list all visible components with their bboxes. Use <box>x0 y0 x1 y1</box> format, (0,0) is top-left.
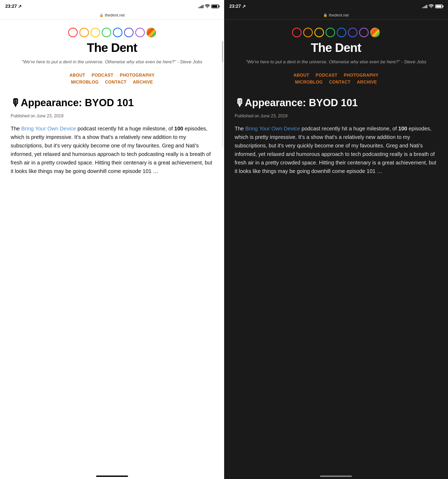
url-bar-dark[interactable]: 🔒 thedent.net <box>224 12 448 19</box>
site-title-dark: The Dent <box>235 40 438 55</box>
nav-podcast-dark[interactable]: PODCAST <box>316 73 338 78</box>
article-dark: 🎙Appearance: BYOD 101 Published on June … <box>235 94 438 176</box>
article-body-light: The Bring Your Own Device podcast recent… <box>11 124 213 175</box>
light-panel: 23:27 ↗ � <box>0 0 224 479</box>
article-title-dark: 🎙Appearance: BYOD 101 <box>235 97 438 109</box>
bold-100-dark: 100 <box>398 126 407 131</box>
time-display-dark: 23:27 <box>229 4 241 9</box>
status-time-light: 23:27 ↗ <box>5 4 22 9</box>
nav-row-1-light: ABOUT PODCAST PHOTOGRAPHY <box>69 73 155 78</box>
bold-100-light: 100 <box>174 126 183 131</box>
byod-link-dark[interactable]: Bring Your Own Device <box>245 126 300 131</box>
url-text-dark: thedent.net <box>329 13 349 17</box>
nav-microblog-light[interactable]: MICROBLOG <box>71 80 99 85</box>
article-body-dark: The Bring Your Own Device podcast recent… <box>235 124 438 175</box>
circle-1-light <box>68 28 78 37</box>
nav-row-2-dark: MICROBLOG CONTACT ARCHIVE <box>295 80 377 85</box>
circle-1-dark <box>292 28 302 37</box>
circle-3-light <box>91 28 100 37</box>
status-bar-light: 23:27 ↗ <box>0 0 224 12</box>
scroll-bar-dark <box>320 476 352 477</box>
wifi-icon-light <box>205 4 210 9</box>
signal-bar-3 <box>201 6 202 8</box>
byod-link-light[interactable]: Bring Your Own Device <box>21 126 76 131</box>
scroll-indicator-dark <box>224 472 448 479</box>
status-bar-dark: 23:27 ↗ <box>224 0 448 12</box>
logo-circles-dark <box>235 28 438 37</box>
nav-dark: ABOUT PODCAST PHOTOGRAPHY MICROBLOG CONT… <box>235 73 438 85</box>
dark-panel: 23:27 ↗ � <box>224 0 448 479</box>
body-rest-light: podcast recently hit a huge milestone, o… <box>11 126 212 174</box>
nav-photography-light[interactable]: PHOTOGRAPHY <box>120 73 155 78</box>
location-icon-light: ↗ <box>18 4 22 9</box>
article-title-text-light: 🎙Appearance: BYOD 101 <box>11 97 134 108</box>
signal-bar-4 <box>203 5 203 8</box>
battery-icon-dark <box>435 5 443 8</box>
lock-icon-dark: 🔒 <box>323 13 327 17</box>
scrollbar-track-light[interactable] <box>222 41 223 147</box>
status-indicators-dark <box>422 4 443 9</box>
circle-7-dark <box>359 28 369 37</box>
tagline-dark: "We're here to put a dent in the univers… <box>235 59 438 65</box>
nav-podcast-light[interactable]: PODCAST <box>92 73 113 78</box>
signal-bar-4-dark <box>426 5 427 8</box>
body-start-light: The <box>11 126 21 131</box>
status-indicators-light <box>199 4 219 9</box>
scroll-bar-light <box>96 476 128 477</box>
signal-bar-2-dark <box>424 6 425 8</box>
article-light: 🎙Appearance: BYOD 101 Published on June … <box>11 94 213 176</box>
battery-icon-light <box>211 5 219 8</box>
time-display-light: 23:27 <box>5 4 17 9</box>
circle-8-dark <box>370 28 380 37</box>
scroll-indicator-light <box>0 472 224 479</box>
content-area-dark: The Dent "We're here to put a dent in th… <box>224 20 448 472</box>
tagline-light: "We're here to put a dent in the univers… <box>11 59 213 65</box>
body-start-dark: The <box>235 126 245 131</box>
signal-bar-3-dark <box>425 6 426 8</box>
circle-6-light <box>124 28 134 37</box>
signal-bar-1 <box>199 7 199 8</box>
battery-fill-light <box>212 5 217 7</box>
nav-photography-dark[interactable]: PHOTOGRAPHY <box>344 73 379 78</box>
nav-contact-dark[interactable]: CONTACT <box>329 80 351 85</box>
content-area-light: The Dent "We're here to put a dent in th… <box>0 20 224 472</box>
scrollbar-thumb-light[interactable] <box>222 41 223 62</box>
url-text-light: thedent.net <box>105 13 125 17</box>
signal-bars-dark <box>422 5 427 8</box>
body-rest-dark: podcast recently hit a huge milestone, o… <box>235 126 436 174</box>
circle-7-light <box>135 28 145 37</box>
nav-row-1-dark: ABOUT PODCAST PHOTOGRAPHY <box>293 73 379 78</box>
circle-2-light <box>79 28 89 37</box>
battery-fill-dark <box>436 5 441 7</box>
published-date-light: Published on June 23, 2019 <box>11 114 213 118</box>
nav-microblog-dark[interactable]: MICROBLOG <box>295 80 323 85</box>
lock-icon-light: 🔒 <box>99 13 104 17</box>
circle-5-light <box>113 28 122 37</box>
nav-light: ABOUT PODCAST PHOTOGRAPHY MICROBLOG CONT… <box>11 73 213 85</box>
nav-contact-light[interactable]: CONTACT <box>105 80 127 85</box>
signal-bar-2 <box>200 6 201 8</box>
nav-about-dark[interactable]: ABOUT <box>293 73 309 78</box>
logo-circles-light <box>11 28 213 37</box>
circle-6-dark <box>348 28 357 37</box>
article-title-light: 🎙Appearance: BYOD 101 <box>11 97 213 109</box>
published-date-dark: Published on June 23, 2019 <box>235 114 438 118</box>
article-title-text-dark: 🎙Appearance: BYOD 101 <box>235 97 358 108</box>
wifi-icon-dark <box>429 4 434 9</box>
nav-row-2-light: MICROBLOG CONTACT ARCHIVE <box>71 80 153 85</box>
circle-2-dark <box>303 28 313 37</box>
circle-8-light <box>146 28 156 37</box>
circle-4-light <box>102 28 111 37</box>
location-icon-dark: ↗ <box>242 4 246 9</box>
site-title-light: The Dent <box>11 40 213 55</box>
signal-bars-light <box>199 5 203 8</box>
nav-archive-dark[interactable]: ARCHIVE <box>357 80 377 85</box>
circle-4-dark <box>326 28 335 37</box>
circle-5-dark <box>337 28 346 37</box>
nav-archive-light[interactable]: ARCHIVE <box>133 80 153 85</box>
nav-about-light[interactable]: ABOUT <box>69 73 85 78</box>
status-time-dark: 23:27 ↗ <box>229 4 246 9</box>
signal-bar-1-dark <box>422 7 423 8</box>
url-bar-light[interactable]: 🔒 thedent.net <box>0 12 224 19</box>
circle-3-dark <box>314 28 324 37</box>
